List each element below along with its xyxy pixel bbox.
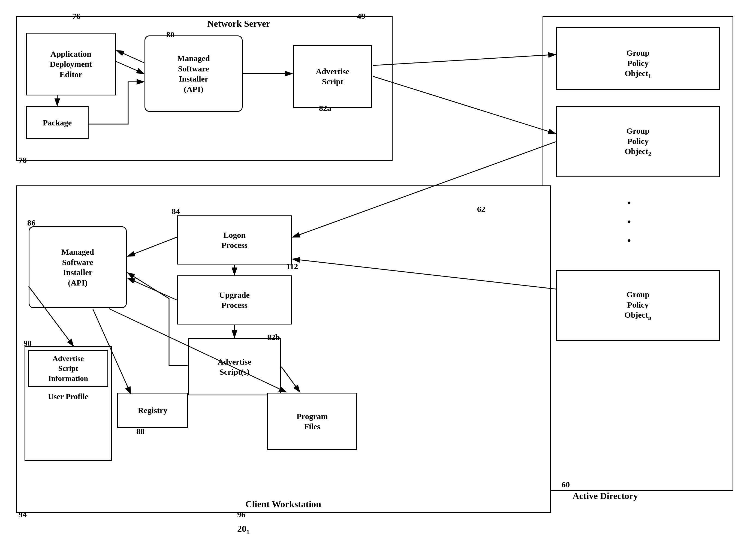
ref-82b: 82b bbox=[267, 333, 280, 342]
registry-label: Registry bbox=[138, 405, 167, 416]
user-profile-label: User Profile bbox=[28, 389, 108, 401]
network-server-label: Network Server bbox=[207, 19, 270, 29]
ref-112: 112 bbox=[286, 262, 298, 271]
asi-inner-label: Advertise Script Information bbox=[48, 354, 88, 383]
package-label: Package bbox=[43, 118, 72, 128]
asi-outer-box: Advertise Script Information User Profil… bbox=[25, 346, 112, 461]
dots-label: ··· bbox=[627, 194, 632, 250]
ref-94: 94 bbox=[19, 510, 27, 519]
ref-60: 60 bbox=[562, 480, 570, 489]
asi-inner-box: Advertise Script Information bbox=[28, 350, 108, 387]
logon-process-box: Logon Process bbox=[177, 215, 292, 265]
ref-82a: 82a bbox=[319, 104, 331, 113]
app-deployment-editor-box: Application Deployment Editor bbox=[26, 33, 116, 95]
ref-20-label: 201 bbox=[237, 524, 249, 536]
advertise-scripts-bot-label: Advertise Script(s) bbox=[218, 357, 251, 377]
ref-84: 84 bbox=[172, 207, 180, 216]
registry-box: Registry bbox=[117, 393, 188, 428]
ref-90: 90 bbox=[23, 339, 32, 348]
gpo1-box: Group Policy Object1 bbox=[556, 27, 720, 90]
advertise-scripts-bot-box: Advertise Script(s) bbox=[188, 338, 281, 395]
logon-label: Logon Process bbox=[221, 230, 248, 250]
upgrade-label: Upgrade Process bbox=[219, 290, 250, 310]
gpon-label: Group Policy Objectn bbox=[625, 289, 652, 321]
ref-88: 88 bbox=[136, 427, 144, 436]
program-files-label: Program Files bbox=[297, 411, 328, 432]
advertise-script-top-box: Advertise Script bbox=[293, 45, 372, 108]
gpo2-box: Group Policy Object2 bbox=[556, 106, 720, 177]
ref-96: 96 bbox=[237, 510, 245, 519]
msi-bot-box: Managed Software Installer (API) bbox=[29, 226, 127, 308]
package-box: Package bbox=[26, 106, 89, 139]
client-workstation-label: Client Workstation bbox=[245, 499, 321, 509]
advertise-script-top-label: Advertise Script bbox=[316, 66, 349, 87]
app-deployment-editor-label: Application Deployment Editor bbox=[50, 49, 92, 80]
msi-top-box: Managed Software Installer (API) bbox=[144, 35, 243, 112]
upgrade-process-box: Upgrade Process bbox=[177, 275, 292, 324]
gpo2-label: Group Policy Object2 bbox=[625, 126, 651, 158]
msi-bot-label: Managed Software Installer (API) bbox=[61, 247, 94, 288]
ref-76: 76 bbox=[72, 11, 80, 21]
ref-49: 49 bbox=[357, 11, 365, 21]
active-directory-label: Active Directory bbox=[573, 491, 638, 501]
svg-line-6 bbox=[373, 76, 556, 134]
msi-top-label: Managed Software Installer (API) bbox=[177, 53, 210, 94]
gpo1-label: Group Policy Object1 bbox=[625, 38, 651, 80]
svg-line-7 bbox=[373, 55, 556, 65]
program-files-box: Program Files bbox=[267, 393, 357, 450]
ref-80: 80 bbox=[166, 30, 174, 39]
ref-86: 86 bbox=[27, 218, 35, 227]
gpon-box: Group Policy Objectn bbox=[556, 270, 720, 341]
ref-78: 78 bbox=[19, 155, 27, 165]
ref-62: 62 bbox=[477, 205, 485, 214]
diagram: Application Deployment Editor Package Ma… bbox=[0, 0, 756, 550]
